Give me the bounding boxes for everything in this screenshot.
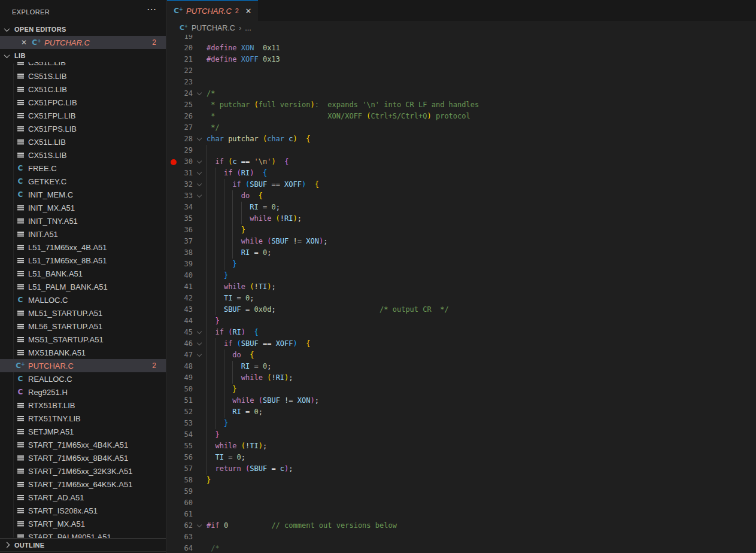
file-row-start_71m65xx_64k5k.a51[interactable]: START_71M65xx_64K5K.A51 (0, 478, 166, 491)
line-number[interactable]: 46 (167, 338, 193, 350)
file-row-ml51_startup.a51[interactable]: ML51_STARTUP.A51 (0, 306, 166, 320)
breadcrumb-file[interactable]: PUTCHAR.C (192, 24, 235, 32)
fold-chevron-icon[interactable] (195, 520, 204, 531)
file-row-malloc.c[interactable]: CMALLOC.C (0, 293, 166, 306)
file-row-rtx51tny.lib[interactable]: RTX51TNY.LIB (0, 412, 166, 425)
file-row-cx51l.lib[interactable]: CX51L.LIB (0, 135, 166, 148)
file-row-rtx51bt.lib[interactable]: RTX51BT.LIB (0, 399, 166, 412)
code-line-56[interactable]: 56 TI = 0; (167, 452, 756, 463)
code-line-55[interactable]: 55 while (!TI); (167, 440, 756, 452)
code-line-24[interactable]: 24/* (167, 88, 756, 99)
line-number[interactable]: 45 (167, 327, 193, 338)
code-line-22[interactable]: 22 (167, 65, 756, 77)
file-row-cs51s.lib[interactable]: CS51S.LIB (0, 69, 166, 83)
line-number[interactable]: 64 (167, 543, 193, 553)
line-number[interactable]: 43 (167, 304, 193, 315)
fold-chevron-icon[interactable] (195, 350, 204, 361)
code-line-51[interactable]: 51 while (SBUF != XON); (167, 395, 756, 406)
breadcrumb-more[interactable]: ... (245, 24, 251, 32)
file-row-start_71m65xx_4b4k.a51[interactable]: START_71M65xx_4B4K.A51 (0, 438, 166, 451)
line-number[interactable]: 23 (167, 77, 193, 88)
fold-chevron-icon[interactable] (195, 338, 204, 350)
code-line-20[interactable]: 20#define XON 0x11 (167, 42, 756, 54)
explorer-more-actions-icon[interactable]: ⋯ (147, 5, 156, 14)
line-number[interactable]: 21 (167, 54, 193, 65)
close-icon[interactable]: ✕ (243, 7, 254, 16)
line-number[interactable]: 41 (167, 281, 193, 293)
code-line-28[interactable]: 28char putchar (char c) { (167, 133, 756, 145)
file-row-l51_71m65xx_4b.a51[interactable]: L51_71M65xx_4B.A51 (0, 241, 166, 254)
file-row-ml56_startup.a51[interactable]: ML56_STARTUP.A51 (0, 320, 166, 333)
file-row-init_mem.c[interactable]: CINIT_MEM.C (0, 188, 166, 201)
line-number[interactable]: 28 (167, 133, 193, 145)
line-number[interactable]: 60 (167, 497, 193, 509)
code-line-39[interactable]: 39 } (167, 259, 756, 270)
line-number[interactable]: 29 (167, 145, 193, 156)
fold-chevron-icon[interactable] (195, 179, 204, 190)
file-row-cx51fps.lib[interactable]: CX51FPS.LIB (0, 122, 166, 135)
code-line-40[interactable]: 40 } (167, 270, 756, 281)
line-number[interactable]: 62 (167, 520, 193, 531)
line-number[interactable]: 58 (167, 475, 193, 486)
file-row-setjmp.a51[interactable]: SETJMP.A51 (0, 425, 166, 438)
code-line-35[interactable]: 35 while (!RI); (167, 213, 756, 224)
line-number[interactable]: 56 (167, 452, 193, 463)
code-line-26[interactable]: 26 * XON/XOFF (Ctrl+S/Ctrl+Q) protocol (167, 111, 756, 122)
line-number[interactable]: 35 (167, 213, 193, 224)
fold-chevron-icon[interactable] (195, 133, 204, 145)
code-line-61[interactable]: 61 (167, 509, 756, 520)
line-number[interactable]: 27 (167, 122, 193, 133)
code-line-25[interactable]: 25 * putchar (full version): expands '\n… (167, 99, 756, 111)
file-row-reg9251.h[interactable]: CReg9251.H (0, 385, 166, 399)
code-line-33[interactable]: 33 do { (167, 190, 756, 202)
file-row-cx51fpc.lib[interactable]: CX51FPC.LIB (0, 96, 166, 109)
file-row-putchar.c[interactable]: C+PUTCHAR.C2 (0, 359, 166, 372)
file-row-cx51fpl.lib[interactable]: CX51FPL.LIB (0, 109, 166, 122)
line-number[interactable]: 34 (167, 202, 193, 213)
code-line-32[interactable]: 32 if (SBUF == XOFF) { (167, 179, 756, 190)
file-row-getkey.c[interactable]: CGETKEY.C (0, 175, 166, 188)
line-number[interactable]: 39 (167, 259, 193, 270)
file-row-l51_71m65xx_8b.a51[interactable]: L51_71M65xx_8B.A51 (0, 254, 166, 267)
line-number[interactable]: 52 (167, 406, 193, 418)
section-outline[interactable]: OUTLINE (0, 538, 166, 552)
file-row-start_is208x.a51[interactable]: START_IS208x.A51 (0, 504, 166, 517)
file-row-free.c[interactable]: CFREE.C (0, 162, 166, 175)
code-line-59[interactable]: 59 (167, 486, 756, 497)
line-number[interactable]: 53 (167, 418, 193, 429)
close-icon[interactable]: ✕ (20, 38, 28, 47)
file-row-cx51s.lib[interactable]: CX51S.LIB (0, 148, 166, 162)
line-number[interactable]: 49 (167, 372, 193, 384)
line-number[interactable]: 26 (167, 111, 193, 122)
fold-chevron-icon[interactable] (195, 327, 204, 338)
section-open-editors[interactable]: OPEN EDITORS (0, 23, 166, 36)
code-line-27[interactable]: 27 */ (167, 122, 756, 133)
fold-chevron-icon[interactable] (195, 168, 204, 179)
tab-putchar-c[interactable]: C+ PUTCHAR.C 2 ✕ (167, 0, 258, 21)
line-number[interactable]: 55 (167, 440, 193, 452)
code-line-52[interactable]: 52 RI = 0; (167, 406, 756, 418)
code-line-57[interactable]: 57 return (SBUF = c); (167, 463, 756, 475)
line-number[interactable]: 37 (167, 236, 193, 247)
code-line-29[interactable]: 29 (167, 145, 756, 156)
code-line-45[interactable]: 45 if (RI) { (167, 327, 756, 338)
line-number[interactable]: 31 (167, 168, 193, 179)
line-number[interactable]: 32 (167, 179, 193, 190)
file-row-ms51_startup.a51[interactable]: MS51_STARTUP.A51 (0, 333, 166, 346)
code-line-64[interactable]: 64 /* (167, 543, 756, 553)
line-number[interactable]: 61 (167, 509, 193, 520)
line-number[interactable]: 50 (167, 384, 193, 395)
code-line-50[interactable]: 50 } (167, 384, 756, 395)
file-row-start_71m65xx_32k3k.a51[interactable]: START_71M65xx_32K3K.A51 (0, 464, 166, 478)
code-line-23[interactable]: 23 (167, 77, 756, 88)
code-line-36[interactable]: 36 } (167, 224, 756, 236)
line-number[interactable]: 36 (167, 224, 193, 236)
code-line-30[interactable]: 30 if (c == '\n') { (167, 156, 756, 168)
line-number[interactable]: 20 (167, 42, 193, 54)
line-number[interactable]: 30 (167, 156, 193, 168)
code-line-31[interactable]: 31 if (RI) { (167, 168, 756, 179)
code-line-49[interactable]: 49 while (!RI); (167, 372, 756, 384)
open-editor-item[interactable]: ✕ C+ PUTCHAR.C 2 (0, 36, 166, 49)
file-row-start_mx.a51[interactable]: START_MX.A51 (0, 517, 166, 530)
code-line-41[interactable]: 41 while (!TI); (167, 281, 756, 293)
